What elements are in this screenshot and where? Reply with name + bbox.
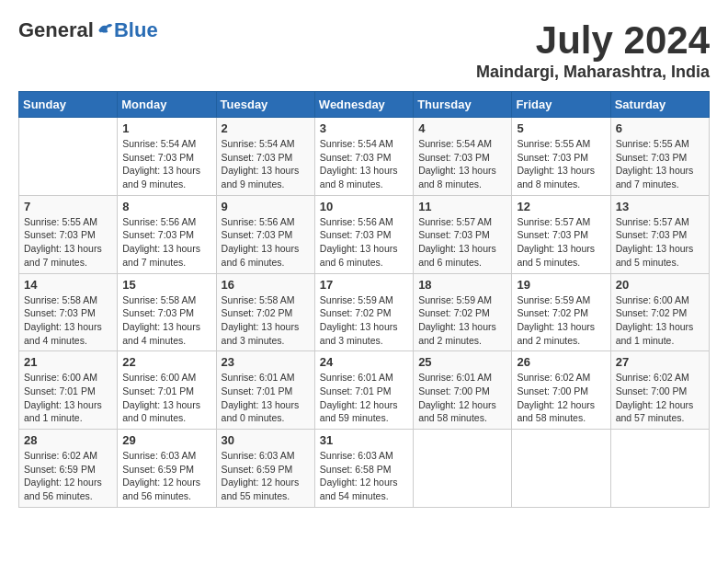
day-info: Sunrise: 5:57 AM Sunset: 7:03 PM Dayligh… bbox=[517, 215, 605, 270]
day-info: Sunrise: 5:54 AM Sunset: 7:03 PM Dayligh… bbox=[418, 137, 506, 191]
day-number: 8 bbox=[122, 200, 210, 213]
calendar-cell: 25Sunrise: 6:01 AM Sunset: 7:00 PM Dayli… bbox=[414, 351, 512, 430]
weekday-header-tuesday: Tuesday bbox=[216, 92, 314, 118]
weekday-header-row: SundayMondayTuesdayWednesdayThursdayFrid… bbox=[19, 92, 710, 118]
calendar-cell: 17Sunrise: 5:59 AM Sunset: 7:02 PM Dayli… bbox=[314, 273, 413, 351]
calendar-cell: 16Sunrise: 5:58 AM Sunset: 7:02 PM Dayli… bbox=[216, 273, 314, 351]
day-number: 18 bbox=[418, 278, 506, 292]
calendar-cell: 11Sunrise: 5:57 AM Sunset: 7:03 PM Dayli… bbox=[414, 195, 512, 273]
calendar-cell bbox=[414, 430, 512, 508]
weekday-header-sunday: Sunday bbox=[19, 92, 118, 118]
weekday-header-thursday: Thursday bbox=[414, 92, 512, 118]
calendar-week-row: 7Sunrise: 5:55 AM Sunset: 7:03 PM Daylig… bbox=[19, 195, 710, 273]
page-header: General Blue July 2024 Maindargi, Mahara… bbox=[18, 18, 710, 82]
day-info: Sunrise: 5:56 AM Sunset: 7:03 PM Dayligh… bbox=[222, 215, 310, 270]
day-info: Sunrise: 6:00 AM Sunset: 7:01 PM Dayligh… bbox=[122, 371, 210, 425]
day-info: Sunrise: 6:02 AM Sunset: 6:59 PM Dayligh… bbox=[24, 449, 112, 503]
day-info: Sunrise: 5:58 AM Sunset: 7:03 PM Dayligh… bbox=[122, 293, 210, 348]
calendar-cell bbox=[19, 118, 118, 196]
calendar-week-row: 28Sunrise: 6:02 AM Sunset: 6:59 PM Dayli… bbox=[19, 430, 710, 508]
day-info: Sunrise: 5:54 AM Sunset: 7:03 PM Dayligh… bbox=[122, 137, 210, 191]
day-number: 9 bbox=[222, 200, 310, 213]
day-number: 17 bbox=[320, 278, 408, 292]
day-info: Sunrise: 5:58 AM Sunset: 7:03 PM Dayligh… bbox=[24, 293, 112, 348]
day-info: Sunrise: 5:57 AM Sunset: 7:03 PM Dayligh… bbox=[616, 215, 704, 270]
day-number: 2 bbox=[222, 121, 310, 135]
weekday-header-wednesday: Wednesday bbox=[314, 92, 413, 118]
day-number: 11 bbox=[418, 200, 506, 213]
day-number: 30 bbox=[222, 433, 310, 447]
logo-bird-icon bbox=[96, 21, 114, 40]
calendar-week-row: 14Sunrise: 5:58 AM Sunset: 7:03 PM Dayli… bbox=[19, 273, 710, 351]
calendar-cell: 21Sunrise: 6:00 AM Sunset: 7:01 PM Dayli… bbox=[19, 351, 118, 430]
calendar-cell: 1Sunrise: 5:54 AM Sunset: 7:03 PM Daylig… bbox=[118, 118, 216, 196]
location-title: Maindargi, Maharashtra, India bbox=[476, 63, 710, 82]
calendar-cell bbox=[512, 430, 610, 508]
calendar-cell: 20Sunrise: 6:00 AM Sunset: 7:02 PM Dayli… bbox=[610, 273, 709, 351]
day-info: Sunrise: 6:00 AM Sunset: 7:01 PM Dayligh… bbox=[24, 371, 112, 425]
day-number: 10 bbox=[320, 200, 408, 213]
day-number: 19 bbox=[517, 278, 605, 292]
calendar-cell: 29Sunrise: 6:03 AM Sunset: 6:59 PM Dayli… bbox=[118, 430, 216, 508]
calendar-cell: 5Sunrise: 5:55 AM Sunset: 7:03 PM Daylig… bbox=[512, 118, 610, 196]
day-info: Sunrise: 6:03 AM Sunset: 6:58 PM Dayligh… bbox=[320, 449, 408, 503]
day-info: Sunrise: 6:01 AM Sunset: 7:00 PM Dayligh… bbox=[418, 371, 506, 425]
day-number: 21 bbox=[24, 355, 112, 369]
day-number: 7 bbox=[24, 200, 112, 213]
calendar-cell: 12Sunrise: 5:57 AM Sunset: 7:03 PM Dayli… bbox=[512, 195, 610, 273]
day-info: Sunrise: 5:59 AM Sunset: 7:02 PM Dayligh… bbox=[320, 293, 408, 348]
calendar-week-row: 1Sunrise: 5:54 AM Sunset: 7:03 PM Daylig… bbox=[19, 118, 710, 196]
calendar-cell: 28Sunrise: 6:02 AM Sunset: 6:59 PM Dayli… bbox=[19, 430, 118, 508]
day-number: 13 bbox=[616, 200, 704, 213]
day-number: 24 bbox=[320, 355, 408, 369]
weekday-header-monday: Monday bbox=[118, 92, 216, 118]
day-number: 16 bbox=[222, 278, 310, 292]
calendar-cell: 31Sunrise: 6:03 AM Sunset: 6:58 PM Dayli… bbox=[314, 430, 413, 508]
weekday-header-saturday: Saturday bbox=[610, 92, 709, 118]
day-info: Sunrise: 6:01 AM Sunset: 7:01 PM Dayligh… bbox=[222, 371, 310, 425]
day-number: 4 bbox=[418, 121, 506, 135]
calendar-week-row: 21Sunrise: 6:00 AM Sunset: 7:01 PM Dayli… bbox=[19, 351, 710, 430]
calendar-cell: 8Sunrise: 5:56 AM Sunset: 7:03 PM Daylig… bbox=[118, 195, 216, 273]
calendar-cell: 2Sunrise: 5:54 AM Sunset: 7:03 PM Daylig… bbox=[216, 118, 314, 196]
day-info: Sunrise: 5:54 AM Sunset: 7:03 PM Dayligh… bbox=[320, 137, 408, 191]
calendar-cell: 19Sunrise: 5:59 AM Sunset: 7:02 PM Dayli… bbox=[512, 273, 610, 351]
calendar-cell: 24Sunrise: 6:01 AM Sunset: 7:01 PM Dayli… bbox=[314, 351, 413, 430]
calendar-cell: 26Sunrise: 6:02 AM Sunset: 7:00 PM Dayli… bbox=[512, 351, 610, 430]
day-info: Sunrise: 5:55 AM Sunset: 7:03 PM Dayligh… bbox=[24, 215, 112, 270]
day-info: Sunrise: 6:02 AM Sunset: 7:00 PM Dayligh… bbox=[616, 371, 704, 425]
calendar-cell: 10Sunrise: 5:56 AM Sunset: 7:03 PM Dayli… bbox=[314, 195, 413, 273]
day-info: Sunrise: 5:59 AM Sunset: 7:02 PM Dayligh… bbox=[418, 293, 506, 348]
day-number: 31 bbox=[320, 433, 408, 447]
day-info: Sunrise: 5:58 AM Sunset: 7:02 PM Dayligh… bbox=[222, 293, 310, 348]
day-info: Sunrise: 6:01 AM Sunset: 7:01 PM Dayligh… bbox=[320, 371, 408, 425]
day-number: 29 bbox=[122, 433, 210, 447]
calendar-cell: 6Sunrise: 5:55 AM Sunset: 7:03 PM Daylig… bbox=[610, 118, 709, 196]
day-info: Sunrise: 6:00 AM Sunset: 7:02 PM Dayligh… bbox=[616, 293, 704, 348]
calendar-cell: 27Sunrise: 6:02 AM Sunset: 7:00 PM Dayli… bbox=[610, 351, 709, 430]
day-number: 5 bbox=[517, 121, 605, 135]
calendar-cell: 4Sunrise: 5:54 AM Sunset: 7:03 PM Daylig… bbox=[414, 118, 512, 196]
day-number: 27 bbox=[616, 355, 704, 369]
day-number: 1 bbox=[122, 121, 210, 135]
logo-blue-text: Blue bbox=[114, 18, 158, 42]
calendar-cell: 15Sunrise: 5:58 AM Sunset: 7:03 PM Dayli… bbox=[118, 273, 216, 351]
weekday-header-friday: Friday bbox=[512, 92, 610, 118]
calendar-cell: 22Sunrise: 6:00 AM Sunset: 7:01 PM Dayli… bbox=[118, 351, 216, 430]
day-info: Sunrise: 5:55 AM Sunset: 7:03 PM Dayligh… bbox=[517, 137, 605, 191]
logo: General Blue bbox=[18, 18, 158, 42]
calendar-cell: 18Sunrise: 5:59 AM Sunset: 7:02 PM Dayli… bbox=[414, 273, 512, 351]
calendar-cell: 7Sunrise: 5:55 AM Sunset: 7:03 PM Daylig… bbox=[19, 195, 118, 273]
calendar-cell: 14Sunrise: 5:58 AM Sunset: 7:03 PM Dayli… bbox=[19, 273, 118, 351]
calendar-cell: 13Sunrise: 5:57 AM Sunset: 7:03 PM Dayli… bbox=[610, 195, 709, 273]
calendar-table: SundayMondayTuesdayWednesdayThursdayFrid… bbox=[18, 91, 710, 508]
day-info: Sunrise: 6:02 AM Sunset: 7:00 PM Dayligh… bbox=[517, 371, 605, 425]
title-block: July 2024 Maindargi, Maharashtra, India bbox=[476, 18, 710, 82]
calendar-cell: 3Sunrise: 5:54 AM Sunset: 7:03 PM Daylig… bbox=[314, 118, 413, 196]
day-info: Sunrise: 5:56 AM Sunset: 7:03 PM Dayligh… bbox=[320, 215, 408, 270]
day-number: 22 bbox=[122, 355, 210, 369]
day-info: Sunrise: 5:57 AM Sunset: 7:03 PM Dayligh… bbox=[418, 215, 506, 270]
day-number: 26 bbox=[517, 355, 605, 369]
day-info: Sunrise: 5:59 AM Sunset: 7:02 PM Dayligh… bbox=[517, 293, 605, 348]
day-info: Sunrise: 5:54 AM Sunset: 7:03 PM Dayligh… bbox=[222, 137, 310, 191]
